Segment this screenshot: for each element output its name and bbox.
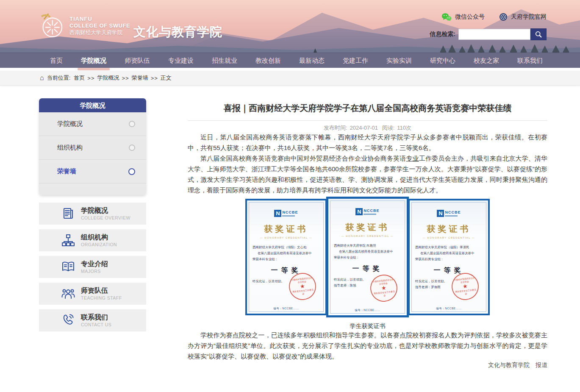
card-subtitle: TEACHING STAFF (81, 295, 122, 300)
article-attribution: 文化与教育学院 报道 (188, 361, 547, 369)
certificate-line: 在第八届全国高校商务英语竞赛决赛中 (334, 249, 401, 255)
card-title: 联系我们 (81, 314, 111, 321)
search-icon (535, 31, 542, 38)
award-certificate-3: N NCCBE 获奖证书 — HONORARY CREDENTIAL — 西南财… (408, 199, 490, 315)
certificate-serial: 编号：NCCBE…… (410, 307, 488, 311)
sidebar-item-honor-wall[interactable]: 荣誉墙 (39, 160, 146, 183)
nav-item-research-center[interactable]: 研究中心 (426, 53, 460, 68)
active-tab-underline (78, 68, 110, 70)
sidebar-item-label: 学院概况 (57, 120, 83, 128)
phone-icon (61, 313, 75, 328)
main-navigation: 首页 学院概况 师资队伍 专业建设 招生就业 教改创新 最新动态 党建工作 实验… (0, 53, 580, 68)
official-site-link[interactable]: 天府学院官网 (499, 13, 547, 21)
wechat-label: 微信公众号 (455, 13, 485, 21)
sidebar-card-majors[interactable]: 专业介绍 MAJORS (39, 256, 146, 278)
brand-text: TIANFU COLLEGE OF SWUFE 西南财经大学天府学院 (69, 16, 130, 36)
certificate-line: 在第八届全国高校商务英语竞赛决赛中 (415, 250, 483, 256)
certificate-serial: 编号：NCCBE…… (247, 307, 325, 311)
wechat-link[interactable]: 微信公众号 (441, 13, 485, 21)
sidebar-card-college-overview[interactable]: 学院概况 COLLEGE OVERVIEW (39, 203, 146, 225)
sidebar-card-contact[interactable]: 联系我们 CONTACT US (39, 309, 146, 331)
breadcrumb-home[interactable]: 首页 (74, 74, 85, 82)
breadcrumb-college-overview[interactable]: 学院概况 (97, 74, 119, 82)
title-divider (188, 120, 547, 121)
logo-line-zh: 西南财经大学天府学院 (69, 30, 130, 36)
certificate-award: 一等奖 (415, 266, 483, 275)
nav-item-teaching-reform[interactable]: 教改创新 (251, 53, 285, 68)
sidebar-menu: 学院概况 学院概况 组织机构 荣誉墙 (39, 98, 146, 195)
nav-item-party-building[interactable]: 党建工作 (339, 53, 372, 68)
sidebar-item-organization[interactable]: 组织机构 (39, 136, 146, 160)
sidebar-item-college-overview[interactable]: 学院概况 (39, 112, 146, 136)
card-subtitle: ORGANIZATION (81, 242, 117, 247)
sidebar: 学院概况 学院概况 组织机构 荣誉墙 (39, 98, 146, 331)
breadcrumb-separator: >> (151, 75, 158, 81)
paragraph-text: 第八届全国高校商务英语竞赛由中国对外贸易经济合作企业协会商务英语 (200, 155, 406, 162)
nav-item-latest-news[interactable]: 最新动态 (295, 53, 329, 68)
open-book-icon (61, 260, 75, 274)
sidebar-item-label: 荣誉墙 (57, 167, 76, 175)
nccbe-logo-bar (282, 215, 295, 217)
nav-item-lab-training[interactable]: 实验实训 (382, 53, 416, 68)
certificate-body: 西南财经大学天府学院（绵阳）文心柏 在第八届全国高校商务英语竞赛决赛中 荣获本科… (253, 245, 320, 262)
read-count-value: 110次 (397, 125, 411, 131)
seal-org-line: 商务英语专业工作委员会 (454, 288, 477, 296)
card-title: 组织机构 (81, 234, 117, 241)
nccbe-logo: N NCCBE (334, 208, 401, 215)
breadcrumb-current: 正文 (161, 74, 172, 82)
site-header: TIANFU COLLEGE OF SWUFE 西南财经大学天府学院 文化与教育… (0, 0, 580, 53)
certificates-image: N NCCBE 获奖证书 — HONORARY CREDENTIAL — 西南财… (245, 197, 490, 317)
star-icon: ★ (300, 283, 305, 289)
award-certificate-2: N NCCBE 获奖证书 — HONORARY CREDENTIAL — 西南财… (327, 197, 408, 317)
nccbe-logo-bar (364, 214, 376, 215)
main-content: 学院概况 学院概况 组织机构 荣誉墙 (0, 86, 580, 369)
home-icon: ⌂ (40, 75, 44, 81)
card-title: 学院概况 (81, 207, 130, 214)
certificate-serial: 编号：NCCBE…… (328, 309, 407, 312)
article-paragraph-1: 近日，第八届全国高校商务英语竞赛落下帷幕，西南财经大学天府学院学子从众多参赛者中… (188, 132, 547, 153)
certificate-subtitle: — HONORARY CREDENTIAL — (253, 236, 320, 239)
nav-item-faculty[interactable]: 师资队伍 (120, 53, 154, 68)
nccbe-logo-mark: N (355, 208, 363, 215)
certificate-line: 荣获本科专业组： (253, 256, 320, 262)
certificate-recipient: 西南财经大学天府学院（德阳）李泽民 (415, 245, 483, 250)
nccbe-logo: N NCCBE (415, 210, 483, 217)
certificate-title: 获奖证书 (334, 222, 401, 233)
sidebar-menu-footer (39, 183, 146, 195)
breadcrumb-honor-wall[interactable]: 荣誉墙 (132, 74, 148, 82)
nccbe-logo: N NCCBE (253, 210, 320, 217)
star-icon: ★ (381, 285, 386, 291)
search-input[interactable] (458, 29, 530, 40)
nav-item-alumni[interactable]: 校友之家 (469, 53, 503, 68)
red-seal: 中国对外贸易经济合作企业协会 ★ 商务英语专业工作委员会 (288, 272, 317, 301)
nav-item-major-construction[interactable]: 专业建设 (164, 53, 198, 68)
nav-item-contact[interactable]: 联系我们 (513, 53, 547, 68)
seal-org-line: 商务英语专业工作委员会 (291, 288, 315, 296)
sidebar-menu-title: 学院概况 (39, 98, 146, 112)
award-certificate-1: N NCCBE 获奖证书 — HONORARY CREDENTIAL — 西南财… (245, 199, 327, 315)
article: 喜报｜西南财经大学天府学院学子在第八届全国高校商务英语竞赛中荣获佳绩 发布时间:… (188, 86, 547, 369)
logo-line-en2: COLLEGE OF SWUFE (69, 22, 130, 29)
sidebar-card-teaching-staff[interactable]: 师资队伍 TEACHING STAFF (39, 283, 146, 305)
logo-line-en1: TIANFU (69, 16, 130, 22)
nav-item-label: 学院概况 (81, 57, 106, 64)
search-button[interactable] (530, 28, 547, 40)
site-title: 文化与教育学院 (133, 24, 222, 41)
certificate-body: 西南财经大学天府学院 向雅慧 在第八届全国高校商务英语竞赛决赛中 荣获本科专业组… (334, 243, 401, 261)
nav-item-home[interactable]: 首页 (46, 53, 67, 68)
card-subtitle: MAJORS (81, 269, 108, 274)
nav-item-admissions[interactable]: 招生就业 (208, 53, 241, 68)
certificate-body: 西南财经大学天府学院（德阳）李泽民 在第八届全国高校商务英语竞赛决赛中 荣获高职… (415, 245, 483, 262)
certificate-subtitle: — HONORARY CREDENTIAL — (415, 236, 483, 239)
nav-item-college-overview[interactable]: 学院概况 (77, 53, 111, 68)
nccbe-logo-mark: N (437, 210, 444, 217)
search-bar: 信息检索: (430, 28, 547, 40)
certificate-line: 荣获本科专业组： (334, 255, 401, 261)
sidebar-card-organization[interactable]: 组织机构 ORGANIZATION (39, 229, 146, 251)
certificate-subtitle: — HONORARY CREDENTIAL — (334, 235, 401, 237)
brand: TIANFU COLLEGE OF SWUFE 西南财经大学天府学院 文化与教育… (38, 11, 222, 41)
wechat-icon (441, 13, 452, 21)
inline-link-major[interactable]: 专业 (406, 155, 419, 162)
header-right: 微信公众号 天府学院官网 信息检索: (430, 13, 547, 40)
certificate-line: 在第八届全国高校商务英语竞赛决赛中 (253, 250, 320, 256)
